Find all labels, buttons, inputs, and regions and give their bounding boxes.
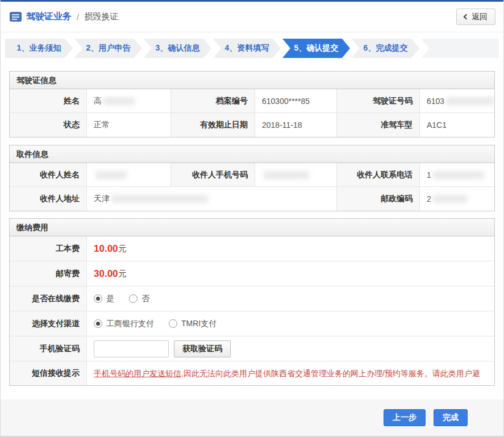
step-wizard-tail — [421, 39, 499, 58]
postage-fee-amount: 30.00 — [94, 268, 118, 280]
step-label: 3、确认信息 — [156, 43, 200, 53]
channel-icbc-option[interactable]: 工商银行支付 — [94, 319, 154, 329]
radio-checked-icon[interactable] — [94, 319, 102, 328]
payment-section-title: 缴纳费用 — [10, 219, 494, 236]
redacted-blob — [111, 195, 208, 203]
step-label: 5、确认提交 — [294, 43, 339, 53]
previous-step-button[interactable]: 上一步 — [384, 409, 426, 426]
work-fee-label: 工本费 — [10, 236, 87, 261]
file-number-value: 610300****85 — [255, 89, 337, 113]
recipient-name-value — [87, 163, 171, 187]
work-fee-unit: 元 — [119, 244, 127, 254]
online-yes-label: 是 — [106, 294, 114, 304]
expiry-date-label: 有效期止日期 — [171, 113, 255, 137]
postal-code-value: 2 — [420, 187, 494, 211]
back-button[interactable]: 返回 — [456, 9, 495, 25]
step-label: 1、业务须知 — [17, 43, 61, 53]
pickup-section-title: 取件信息 — [10, 145, 494, 163]
redacted-blob — [95, 171, 127, 179]
footer-action-bar: 上一步 完成 — [1, 399, 503, 437]
step-wizard: 1、业务须知 2、用户申告 3、确认信息 4、资料填写 5、确认提交 6、完成提… — [5, 39, 499, 58]
radio-checked-icon[interactable] — [94, 294, 102, 303]
page-title-secondary: 损毁换证 — [84, 11, 118, 22]
status-value: 正常 — [87, 113, 171, 137]
payment-channel-options: 工商银行支付 TMRI支付 — [87, 311, 494, 336]
step-3-confirm-info[interactable]: 3、确认信息 — [144, 39, 211, 58]
finish-button[interactable]: 完成 — [434, 409, 468, 426]
postage-fee-label: 邮寄费 — [10, 261, 87, 286]
recipient-address-label: 收件人地址 — [10, 187, 87, 211]
get-sms-code-button[interactable]: 获取验证码 — [174, 340, 231, 357]
postage-fee-value: 30.00 元 — [87, 261, 494, 286]
sms-code-label: 手机验证码 — [10, 336, 87, 361]
sms-notice-label: 短信接收提示 — [10, 361, 87, 385]
step-label: 6、完成提交 — [364, 43, 408, 53]
recipient-phone-value: 1 — [420, 163, 494, 187]
step-label: 2、用户申告 — [86, 43, 131, 53]
step-5-confirm-submit[interactable]: 5、确认提交 — [282, 39, 350, 58]
channel-icbc-label: 工商银行支付 — [106, 319, 154, 329]
payment-section: 缴纳费用 工本费 10.00 元 邮寄费 30.00 元 是否在线缴费 是 — [9, 218, 495, 386]
license-business-icon — [10, 12, 22, 22]
redacted-blob — [103, 97, 135, 105]
redacted-blob — [264, 171, 309, 179]
redacted-blob — [433, 171, 484, 179]
online-payment-options: 是 否 — [87, 286, 494, 311]
license-info-section: 驾驶证信息 姓名 高 档案编号 610300****85 驾驶证号码 6103 … — [9, 71, 495, 138]
pickup-info-section: 取件信息 收件人姓名 收件人手机号码 收件人联系电话 1 收件人地址 天津 邮政… — [9, 145, 495, 211]
online-yes-option[interactable]: 是 — [94, 294, 114, 304]
work-fee-amount: 10.00 — [94, 243, 118, 255]
work-fee-value: 10.00 元 — [87, 236, 494, 261]
payment-channel-label: 选择支付渠道 — [10, 311, 87, 336]
status-label: 状态 — [10, 113, 87, 137]
recipient-name-label: 收件人姓名 — [10, 163, 87, 187]
recipient-mobile-value — [255, 163, 337, 187]
radio-unchecked-icon[interactable] — [129, 294, 138, 303]
step-4-fill-data[interactable]: 4、资料填写 — [213, 39, 281, 58]
sms-code-row: 获取验证码 — [87, 336, 494, 361]
postage-fee-unit: 元 — [119, 269, 127, 279]
postal-code-label: 邮政编码 — [337, 187, 420, 211]
back-chevron-icon — [464, 14, 469, 20]
back-button-label: 返回 — [472, 12, 488, 22]
page-header: 驾驶证业务 / 损毁换证 返回 — [1, 2, 503, 32]
channel-tmri-option[interactable]: TMRI支付 — [169, 319, 216, 329]
license-section-title: 驾驶证信息 — [10, 72, 494, 89]
breadcrumb-divider: / — [77, 12, 79, 22]
step-1-business-notice[interactable]: 1、业务须知 — [5, 39, 73, 58]
page-title-primary: 驾驶证业务 — [26, 11, 72, 23]
name-value: 高 — [87, 89, 171, 113]
breadcrumb: 驾驶证业务 / 损毁换证 — [10, 11, 118, 23]
license-number-value: 6103 — [420, 89, 494, 113]
vehicle-class-value: A1C1 — [420, 113, 494, 137]
online-no-label: 否 — [141, 294, 149, 304]
online-payment-label: 是否在线缴费 — [10, 286, 87, 311]
step-label: 4、资料填写 — [225, 43, 269, 53]
sms-code-input[interactable] — [94, 340, 169, 357]
expiry-date-value: 2018-11-18 — [255, 113, 337, 137]
redacted-blob — [446, 97, 494, 105]
recipient-address-value: 天津 — [87, 187, 337, 211]
step-6-complete-submit[interactable]: 6、完成提交 — [352, 39, 419, 58]
recipient-phone-label: 收件人联系电话 — [337, 163, 420, 187]
name-label: 姓名 — [10, 89, 87, 113]
radio-unchecked-icon[interactable] — [169, 319, 177, 328]
step-2-user-declaration[interactable]: 2、用户申告 — [74, 39, 142, 58]
channel-tmri-label: TMRI支付 — [181, 319, 216, 329]
online-no-option[interactable]: 否 — [129, 294, 149, 304]
license-number-label: 驾驶证号码 — [337, 89, 420, 113]
file-number-label: 档案编号 — [171, 89, 255, 113]
redacted-blob — [433, 195, 467, 203]
vehicle-class-label: 准驾车型 — [337, 113, 420, 137]
page: 驾驶证业务 / 损毁换证 返回 1、业务须知 2、用户申告 3、确认信息 4、资… — [0, 0, 504, 437]
sms-notice-text: 因陕西省联通、电信运营商技术问题，陕西省互联网交通安全综合服务管理平台无法向持陕… — [87, 361, 494, 385]
recipient-mobile-label: 收件人手机号码 — [171, 163, 255, 187]
